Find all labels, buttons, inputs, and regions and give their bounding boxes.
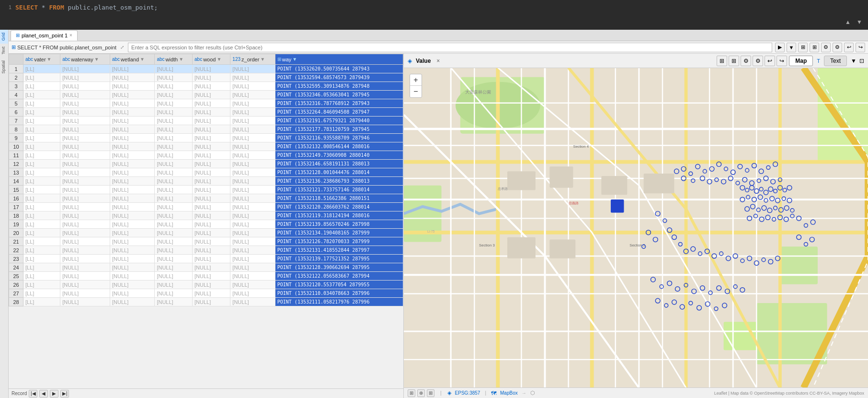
- tab-planet-osm-point[interactable]: ⊞ planet_osm_point 1 ×: [11, 30, 78, 41]
- epsg-label[interactable]: EPSG:3857: [455, 390, 480, 396]
- table-row[interactable]: 20 [LL] [NULL] [NULL] [NULL] [NULL] [NUL…: [9, 229, 403, 237]
- table-row[interactable]: 24 [LL] [NULL] [NULL] [NULL] [NULL] [NUL…: [9, 263, 403, 272]
- separator-2: |: [485, 390, 486, 396]
- zoom-out-button[interactable]: −: [410, 86, 422, 97]
- map-bottom-icon-3[interactable]: ⊞: [427, 389, 434, 397]
- table-row[interactable]: 6 [LL] [NULL] [NULL] [NULL] [NULL] [NULL…: [9, 108, 403, 117]
- table-row[interactable]: 3 [LL] [NULL] [NULL] [NULL] [NULL] [NULL…: [9, 82, 403, 91]
- value-panel-close[interactable]: ×: [434, 57, 443, 65]
- row-num-cell: 20: [9, 229, 23, 237]
- table-row[interactable]: 17 [LL] [NULL] [NULL] [NULL] [NULL] [NUL…: [9, 203, 403, 211]
- table-row[interactable]: 10 [LL] [NULL] [NULL] [NULL] [NULL] [NUL…: [9, 142, 403, 151]
- cell-wetland: [NULL]: [110, 246, 154, 255]
- run-query-button[interactable]: ▶: [775, 43, 785, 52]
- col-header-way[interactable]: ⊞ way ▼: [275, 54, 403, 65]
- record-prev-button[interactable]: ◀: [39, 390, 48, 398]
- col-header-wetland[interactable]: abc wetland ▼: [110, 54, 154, 65]
- cell-wetland: [NULL]: [110, 255, 154, 263]
- map-icon-1[interactable]: ⊞: [717, 56, 727, 66]
- col-header-width[interactable]: abc width ▼: [155, 54, 193, 65]
- cell-width: [NULL]: [155, 211, 193, 220]
- sql-icon-1[interactable]: ▲: [843, 17, 853, 27]
- sql-content[interactable]: SELECT * FROM public.planet_osm_point;: [15, 2, 158, 12]
- table-row[interactable]: 8 [LL] [NULL] [NULL] [NULL] [NULL] [NULL…: [9, 125, 403, 134]
- filter-btn-grid[interactable]: ⊞: [798, 43, 808, 52]
- col-filter-wood[interactable]: ▼: [217, 57, 221, 62]
- sql-icon-2[interactable]: ▼: [855, 17, 864, 27]
- map-container[interactable]: 大安森林公園 Section 4 Section 3 Section 5 信義路…: [404, 68, 868, 387]
- cell-wetland: [NULL]: [110, 194, 154, 203]
- table-row[interactable]: 15 [LL] [NULL] [NULL] [NULL] [NULL] [NUL…: [9, 186, 403, 194]
- filter-btn-settings2[interactable]: ⚙: [833, 43, 842, 52]
- col-filter-waterway[interactable]: ▼: [94, 57, 99, 62]
- sidebar-item-spatial[interactable]: Spatial: [0, 58, 8, 77]
- table-row[interactable]: 5 [LL] [NULL] [NULL] [NULL] [NULL] [NULL…: [9, 99, 403, 108]
- record-last-button[interactable]: ▶|: [60, 390, 69, 398]
- col-header-waterway[interactable]: abc waterway ▼: [60, 54, 110, 65]
- table-row[interactable]: 4 [LL] [NULL] [NULL] [NULL] [NULL] [NULL…: [9, 91, 403, 99]
- table-row[interactable]: 18 [LL] [NULL] [NULL] [NULL] [NULL] [NUL…: [9, 211, 403, 220]
- table-row[interactable]: 7 [LL] [NULL] [NULL] [NULL] [NULL] [NULL…: [9, 117, 403, 125]
- cell-waterway: [NULL]: [60, 220, 110, 229]
- table-row[interactable]: 19 [LL] [NULL] [NULL] [NULL] [NULL] [NUL…: [9, 220, 403, 229]
- sidebar-item-text[interactable]: Text: [0, 44, 8, 58]
- map-icon-2[interactable]: ⊞: [729, 56, 739, 66]
- cell-z-order: [NULL]: [230, 211, 275, 220]
- col-filter-width[interactable]: ▼: [179, 57, 183, 62]
- filter-btn-settings[interactable]: ⚙: [821, 43, 831, 52]
- map-collapse-btn[interactable]: ▼: [851, 58, 857, 64]
- cell-wood: [NULL]: [193, 151, 230, 160]
- map-detach-btn[interactable]: ⊡: [859, 58, 864, 64]
- cell-vater: [LL]: [23, 194, 60, 203]
- table-row[interactable]: 9 [LL] [NULL] [NULL] [NULL] [NULL] [NULL…: [9, 134, 403, 142]
- filter-input[interactable]: [128, 43, 772, 52]
- map-icon-3[interactable]: ⚙: [741, 56, 751, 66]
- map-tab-text[interactable]: Text: [824, 56, 847, 66]
- separator-1: |: [440, 390, 442, 396]
- cell-way: POINT (13532149.73060908 2880140: [275, 151, 403, 160]
- cell-width: [NULL]: [155, 73, 193, 82]
- table-row[interactable]: 11 [LL] [NULL] [NULL] [NULL] [NULL] [NUL…: [9, 151, 403, 160]
- map-tab-map[interactable]: Map: [789, 56, 813, 66]
- cell-width: [NULL]: [155, 82, 193, 91]
- cell-z-order: [NULL]: [230, 125, 275, 134]
- col-filter-vater[interactable]: ▼: [47, 57, 52, 62]
- table-row[interactable]: 12 [LL] [NULL] [NULL] [NULL] [NULL] [NUL…: [9, 160, 403, 168]
- map-icon-6[interactable]: ↪: [777, 56, 787, 66]
- table-row[interactable]: 21 [LL] [NULL] [NULL] [NULL] [NULL] [NUL…: [9, 237, 403, 246]
- table-wrapper[interactable]: abc vater ▼ abc waterway ▼: [9, 54, 403, 388]
- run-dropdown-button[interactable]: ▼: [787, 43, 796, 52]
- table-row[interactable]: 14 [LL] [NULL] [NULL] [NULL] [NULL] [NUL…: [9, 177, 403, 186]
- col-header-wood[interactable]: abc wood ▼: [193, 54, 230, 65]
- table-row[interactable]: 16 [LL] [NULL] [NULL] [NULL] [NULL] [NUL…: [9, 194, 403, 203]
- col-filter-wetland[interactable]: ▼: [140, 57, 145, 62]
- map-bottom-icon-1[interactable]: ⊞: [408, 389, 415, 397]
- table-row[interactable]: 25 [LL] [NULL] [NULL] [NULL] [NULL] [NUL…: [9, 272, 403, 281]
- map-bottom-icon-2[interactable]: ⊕: [417, 389, 425, 397]
- col-header-z-order[interactable]: 123 z_order ▼: [230, 54, 275, 65]
- table-row[interactable]: 26 [LL] [NULL] [NULL] [NULL] [NULL] [NUL…: [9, 281, 403, 289]
- filter-btn-forward[interactable]: ↪: [856, 43, 865, 52]
- table-row[interactable]: 13 [LL] [NULL] [NULL] [NULL] [NULL] [NUL…: [9, 168, 403, 177]
- tab-close-button[interactable]: ×: [69, 33, 72, 38]
- map-icon-5[interactable]: ↩: [765, 56, 775, 66]
- col-filter-z-order[interactable]: ▼: [260, 57, 265, 62]
- table-row[interactable]: 23 [LL] [NULL] [NULL] [NULL] [NULL] [NUL…: [9, 255, 403, 263]
- col-filter-way[interactable]: ▼: [292, 57, 297, 62]
- record-first-button[interactable]: |◀: [29, 390, 37, 398]
- mapbox-label[interactable]: MapBox: [500, 390, 518, 396]
- col-header-vater[interactable]: abc vater ▼: [23, 54, 60, 65]
- table-row[interactable]: 28 [LL] [NULL] [NULL] [NULL] [NULL] [NUL…: [9, 298, 403, 306]
- sidebar-item-grid[interactable]: Grid: [0, 30, 8, 44]
- table-row[interactable]: 27 [LL] [NULL] [NULL] [NULL] [NULL] [NUL…: [9, 289, 403, 298]
- filter-btn-back[interactable]: ↩: [844, 43, 854, 52]
- cell-width: [NULL]: [155, 272, 193, 281]
- map-icon-4[interactable]: ⚙: [753, 56, 763, 66]
- cell-waterway: [NULL]: [60, 211, 110, 220]
- table-row[interactable]: 1 [LL] [NULL] [NULL] [NULL] [NULL] [NULL…: [9, 65, 403, 73]
- filter-btn-grid2[interactable]: ⊞: [810, 43, 819, 52]
- table-row[interactable]: 2 [LL] [NULL] [NULL] [NULL] [NULL] [NULL…: [9, 73, 403, 82]
- record-next-button[interactable]: ▶: [50, 390, 58, 398]
- zoom-in-button[interactable]: +: [410, 74, 422, 86]
- table-row[interactable]: 22 [LL] [NULL] [NULL] [NULL] [NULL] [NUL…: [9, 246, 403, 255]
